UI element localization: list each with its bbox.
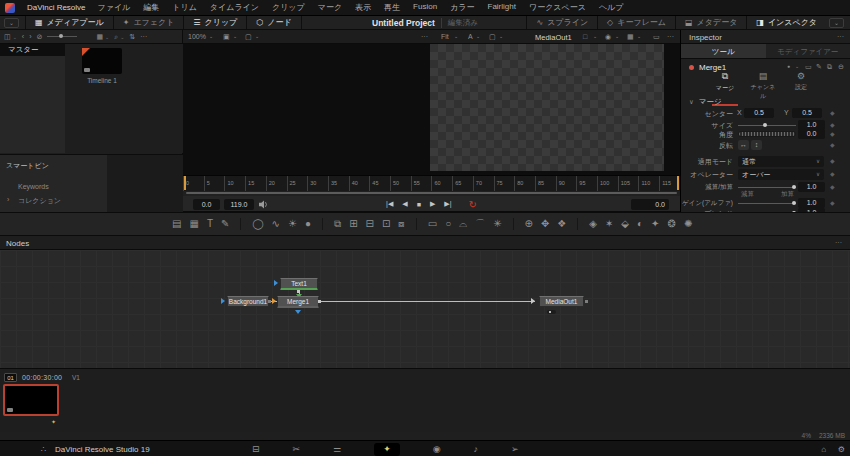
merge-section-header[interactable]: ∨マージ [689, 97, 722, 107]
mask-paint-icon[interactable]: ⧇ [398, 219, 404, 229]
sort-icon[interactable]: ⇅ [129, 33, 135, 41]
bspline-mask-icon[interactable]: ⌒ [475, 219, 485, 229]
guides-grid-icon[interactable]: ▦ [627, 33, 634, 41]
mediaout-output-port[interactable] [585, 300, 588, 303]
chevron-down-icon[interactable]: ⌄ [476, 33, 480, 39]
bin-item-master[interactable]: マスター [0, 44, 65, 56]
matte-control-icon[interactable]: ⊟ [366, 219, 374, 229]
menu-item[interactable]: Fusion [413, 2, 437, 13]
flip-vertical-button[interactable]: ↕ [751, 140, 762, 150]
text-output-port[interactable] [297, 290, 300, 293]
thumbnail-toggle-icon[interactable]: ▭ [805, 63, 812, 71]
current-clip-thumbnail[interactable] [3, 384, 59, 416]
menu-item[interactable]: 表示 [355, 2, 371, 13]
chevron-down-icon[interactable]: ⌄ [13, 34, 17, 40]
chevron-down-icon[interactable]: ⌄ [209, 33, 213, 39]
slider-knob[interactable] [59, 34, 63, 38]
keyframe-icon[interactable]: ◆ [830, 183, 835, 190]
background-output-port[interactable] [268, 300, 271, 303]
page-edit[interactable]: ⚌ [333, 445, 341, 454]
more-options-icon[interactable]: ··· [837, 33, 844, 40]
shape-3d-icon[interactable]: ✶ [605, 219, 613, 229]
viewer-lut-icon[interactable]: □ [583, 33, 587, 40]
keyframe-icon[interactable]: ◆ [830, 157, 835, 164]
operator-dropdown[interactable]: オーバー∨ [738, 169, 824, 180]
spline-toggle[interactable]: ∿ スプライン [526, 16, 597, 29]
channel-select-icon[interactable]: A [468, 33, 473, 40]
brightness-contrast-icon[interactable]: ☀ [288, 219, 297, 229]
smart-bin-keywords[interactable]: Keywords [18, 183, 49, 190]
merge-output-port[interactable] [318, 300, 321, 303]
clips-toggle[interactable]: ☰ クリップ [184, 16, 247, 29]
more-options-icon[interactable]: ··· [140, 33, 147, 40]
more-options-icon[interactable]: ··· [835, 239, 842, 246]
effects-toggle[interactable]: ✦ エフェクト [114, 16, 185, 29]
merge-3d-icon[interactable]: ◐ [637, 219, 643, 229]
expand-icon[interactable]: › [7, 196, 9, 203]
dissolve-icon[interactable]: ⊞ [349, 219, 357, 229]
viewer-option-icon[interactable]: ▢ [245, 33, 252, 41]
text-input-arrow[interactable] [274, 280, 278, 286]
node-merge1[interactable]: Merge1 [277, 296, 319, 308]
alpha-gain-slider[interactable] [738, 203, 796, 204]
expand-viewer-icon[interactable]: ▭ [653, 33, 660, 41]
blur-icon[interactable]: ● [305, 219, 311, 229]
audio-mute-icon[interactable] [259, 200, 269, 209]
tab-tools[interactable]: ツール [681, 44, 766, 58]
smart-bin-collections[interactable]: コレクション [18, 196, 61, 206]
viewer-option-icon[interactable]: ▣ [223, 33, 230, 41]
app-menu[interactable]: DaVinci Resolve [27, 3, 86, 12]
version-dot-icon[interactable]: ● [787, 63, 790, 69]
collapse-left-panel-button[interactable]: ⌄ [4, 18, 19, 28]
background-icon[interactable]: ▦ [189, 219, 198, 229]
polygon-mask-icon[interactable]: ⌓ [459, 219, 467, 229]
nodes-toggle[interactable]: ⬡ ノード [247, 16, 301, 29]
slider-handle[interactable] [792, 201, 796, 205]
render-in-marker[interactable] [184, 176, 186, 190]
camera-3d-icon[interactable]: ✦ [651, 219, 659, 229]
go-to-end-button[interactable]: ▶| [444, 200, 451, 208]
menu-item[interactable]: タイムライン [210, 2, 259, 13]
menu-item[interactable]: クリップ [272, 2, 305, 13]
keyframe-icon[interactable]: ◆ [830, 121, 835, 128]
menu-item[interactable]: トリム [172, 2, 197, 13]
timeline-clip-name[interactable]: Timeline 1 [65, 77, 139, 84]
stop-button[interactable]: ■ [417, 201, 421, 208]
color-curves-icon[interactable]: ∿ [272, 219, 280, 229]
page-fusion[interactable]: ✦ [374, 443, 400, 456]
media-pool-toggle[interactable]: ▦ メディアプール [26, 16, 114, 29]
search-icon[interactable]: ⌕ [114, 33, 118, 41]
text-plus-icon[interactable]: T [207, 219, 213, 229]
menu-item[interactable]: ヘルプ [599, 2, 624, 13]
chevron-down-icon[interactable]: ⌄ [795, 63, 799, 69]
app-logo-icon[interactable] [5, 3, 15, 13]
page-media[interactable]: ⊟ [252, 445, 260, 454]
alpha-gain-field[interactable]: 1.0 [798, 198, 825, 208]
image-plane-3d-icon[interactable]: ◈ [589, 219, 597, 229]
keyframe-icon[interactable]: ◆ [830, 141, 835, 148]
center-x-field[interactable]: 0.5 [744, 108, 774, 118]
media-in-icon[interactable]: ▤ [172, 219, 181, 229]
loop-button[interactable]: ↻ [469, 199, 477, 210]
text-3d-icon[interactable]: ⬙ [621, 219, 629, 229]
flip-horizontal-button[interactable]: ↔ [738, 140, 749, 150]
scrollbar-thumb[interactable] [186, 192, 677, 194]
timeline-clip-thumbnail[interactable] [82, 48, 122, 74]
paint-icon[interactable]: ✎ [221, 219, 229, 229]
page-fairlight[interactable]: ♪ [474, 445, 479, 454]
reset-icon[interactable]: ⊖ [838, 63, 844, 71]
apply-mode-dropdown[interactable]: 通常∨ [738, 156, 824, 167]
end-frame-field[interactable]: 119.0 [224, 199, 254, 210]
angle-thumbwheel[interactable] [738, 131, 796, 137]
slider-handle[interactable] [763, 123, 767, 127]
chevron-down-icon[interactable]: ⌄ [255, 33, 259, 39]
page-cut[interactable]: ✂ [293, 445, 301, 454]
grid-view-icon[interactable]: ▦ [96, 33, 103, 41]
fusion-viewer[interactable] [183, 44, 680, 175]
menu-item[interactable]: カラー [450, 2, 474, 13]
merge-background-input-arrow[interactable] [272, 298, 276, 304]
fit-zoom-dropdown[interactable]: Fit [441, 33, 449, 40]
menu-item[interactable]: Fairlight [488, 2, 516, 13]
node-background1[interactable]: Background1 [227, 296, 269, 307]
ellipse-mask-icon[interactable]: ○ [445, 219, 451, 229]
